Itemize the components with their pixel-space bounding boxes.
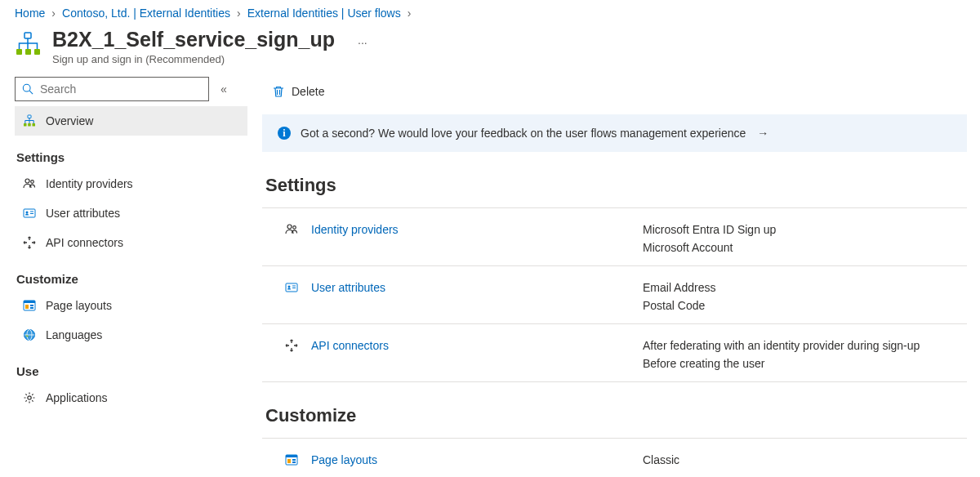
svg-rect-8 — [28, 123, 31, 127]
info-icon: i — [278, 127, 291, 140]
delete-label: Delete — [292, 85, 324, 98]
sidebar-item-label: Applications — [46, 391, 108, 404]
trash-icon — [272, 85, 285, 98]
link-identity-providers[interactable]: Identity providers — [311, 223, 399, 236]
value: Before creating the user — [643, 357, 967, 370]
collapse-sidebar-button[interactable]: « — [216, 82, 232, 96]
sidebar-item-identity-providers[interactable]: Identity providers — [15, 169, 247, 198]
row-user-attributes: User attributes Email Address Postal Cod… — [262, 266, 967, 324]
sidebar: « Overview Settings Identity providers — [0, 77, 249, 477]
search-input-wrapper[interactable] — [15, 77, 209, 101]
attributes-icon — [23, 207, 36, 220]
svg-line-5 — [29, 91, 33, 94]
row-api-connectors: API connectors After federating with an … — [262, 324, 967, 382]
sidebar-item-label: User attributes — [46, 207, 120, 220]
layouts-icon — [285, 453, 298, 466]
svg-rect-2 — [25, 49, 31, 55]
breadcrumb: Home › Contoso, Ltd. | External Identiti… — [0, 0, 980, 20]
sidebar-item-user-attributes[interactable]: User attributes — [15, 198, 247, 228]
svg-rect-18 — [25, 305, 29, 309]
page-header: B2X_1_Self_service_sign_up Sign up and s… — [0, 20, 980, 77]
breadcrumb-userflows[interactable]: External Identities | User flows — [247, 7, 401, 20]
link-api-connectors[interactable]: API connectors — [311, 339, 389, 352]
svg-rect-33 — [287, 459, 291, 463]
row-page-layouts: Page layouts Classic — [262, 438, 967, 477]
section-title-settings: Settings — [265, 175, 967, 196]
section-title-customize: Customize — [265, 405, 967, 426]
svg-point-28 — [288, 286, 291, 288]
svg-rect-7 — [24, 123, 27, 127]
sidebar-item-languages[interactable]: Languages — [15, 320, 247, 350]
link-user-attributes[interactable]: User attributes — [311, 281, 385, 294]
globe-icon — [23, 328, 36, 341]
sidebar-item-page-layouts[interactable]: Page layouts — [15, 291, 247, 320]
toolbar: Delete — [262, 77, 967, 106]
search-input[interactable] — [40, 82, 202, 96]
sidebar-section-use: Use — [15, 350, 247, 383]
svg-point-26 — [293, 226, 296, 230]
svg-rect-35 — [292, 461, 296, 463]
svg-rect-9 — [33, 123, 36, 127]
breadcrumb-home[interactable]: Home — [15, 7, 45, 20]
value: Microsoft Entra ID Sign up — [643, 223, 967, 236]
sidebar-item-label: Overview — [46, 114, 93, 127]
page-subtitle: Sign up and sign in (Recommended) — [52, 53, 335, 65]
chevron-right-icon: › — [237, 7, 241, 20]
overview-icon — [23, 114, 36, 127]
sidebar-section-customize: Customize — [15, 257, 247, 291]
svg-point-11 — [31, 181, 34, 184]
more-button[interactable]: ··· — [351, 33, 374, 52]
chevron-right-icon: › — [51, 7, 56, 20]
svg-point-24 — [28, 396, 31, 399]
link-page-layouts[interactable]: Page layouts — [311, 453, 377, 466]
feedback-banner[interactable]: i Got a second? We would love your feedb… — [262, 114, 967, 152]
value: Classic — [643, 453, 967, 466]
breadcrumb-org[interactable]: Contoso, Ltd. | External Identities — [62, 7, 230, 20]
sidebar-item-label: Languages — [46, 328, 102, 341]
value: Email Address — [643, 281, 967, 294]
connectors-icon — [285, 339, 298, 352]
main-content: Delete i Got a second? We would love you… — [249, 77, 980, 477]
arrow-right-icon: → — [757, 127, 768, 140]
delete-button[interactable]: Delete — [272, 85, 324, 98]
chevron-right-icon: › — [408, 7, 412, 20]
sidebar-item-overview[interactable]: Overview — [15, 106, 247, 136]
value: Postal Code — [643, 299, 967, 312]
attributes-icon — [285, 281, 298, 294]
svg-rect-34 — [292, 459, 296, 461]
svg-rect-0 — [24, 33, 31, 38]
sidebar-item-label: Identity providers — [46, 177, 133, 190]
svg-rect-3 — [34, 49, 40, 55]
svg-point-4 — [23, 84, 30, 91]
svg-rect-17 — [24, 301, 35, 303]
svg-rect-32 — [286, 455, 297, 457]
svg-rect-20 — [30, 307, 33, 309]
page-title: B2X_1_Self_service_sign_up — [52, 28, 335, 51]
sidebar-item-applications[interactable]: Applications — [15, 383, 247, 412]
svg-rect-6 — [28, 115, 31, 118]
svg-point-13 — [26, 212, 29, 214]
sidebar-section-settings: Settings — [15, 136, 247, 169]
svg-rect-1 — [16, 49, 22, 55]
svg-point-25 — [287, 225, 292, 229]
sidebar-item-label: Page layouts — [46, 299, 112, 312]
sidebar-item-label: API connectors — [46, 236, 123, 249]
userflow-icon — [15, 31, 41, 57]
search-icon — [22, 83, 33, 95]
layouts-icon — [23, 299, 36, 312]
row-identity-providers: Identity providers Microsoft Entra ID Si… — [262, 207, 967, 266]
sidebar-item-api-connectors[interactable]: API connectors — [15, 228, 247, 257]
value: After federating with an identity provid… — [643, 339, 967, 352]
svg-rect-19 — [30, 305, 33, 306]
gear-icon — [23, 391, 36, 404]
identity-icon — [285, 223, 298, 236]
svg-point-10 — [25, 179, 29, 183]
value: Microsoft Account — [643, 241, 967, 254]
connectors-icon — [23, 236, 36, 249]
identity-icon — [23, 177, 36, 190]
feedback-text: Got a second? We would love your feedbac… — [301, 127, 746, 140]
